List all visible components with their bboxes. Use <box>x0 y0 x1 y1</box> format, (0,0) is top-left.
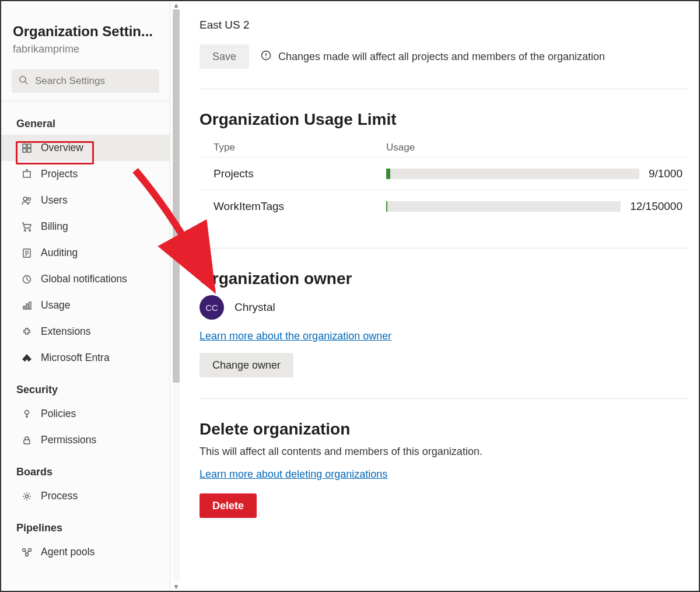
entra-icon <box>21 352 33 364</box>
usage-bar <box>386 201 621 212</box>
sidebar-scrollbar[interactable]: ▲ ▼ <box>170 1 182 591</box>
svg-point-0 <box>20 76 26 82</box>
sidebar-item-permissions[interactable]: Permissions <box>1 427 170 453</box>
sidebar-item-label: Process <box>41 490 78 502</box>
sidebar-item-label: Usage <box>41 299 71 311</box>
learn-more-owner-link[interactable]: Learn more about the organization owner <box>200 330 391 342</box>
scroll-track[interactable] <box>173 9 180 583</box>
save-note: Changes made will affect all projects an… <box>261 50 605 64</box>
scroll-down-icon[interactable]: ▼ <box>173 583 180 591</box>
search-icon <box>19 75 28 87</box>
main-content: East US 2 Save Changes made will affect … <box>182 1 699 591</box>
usage-value: 12/150000 <box>630 200 682 213</box>
svg-rect-19 <box>26 304 28 309</box>
delete-button[interactable]: Delete <box>200 493 257 518</box>
usage-row-name: Projects <box>200 167 386 180</box>
region-label: East US 2 <box>200 19 688 31</box>
svg-point-29 <box>265 57 267 58</box>
usage-bar-fill <box>386 201 387 212</box>
divider <box>200 398 688 399</box>
sidebar-divider <box>1 101 170 101</box>
sidebar-item-auditing[interactable]: Auditing <box>1 240 170 266</box>
sidebar-item-label: Overview <box>41 142 83 154</box>
auditing-icon <box>21 247 33 259</box>
sidebar-group-general: General <box>1 105 170 135</box>
usage-icon <box>21 300 33 311</box>
svg-point-11 <box>24 229 26 231</box>
sidebar-item-label: Policies <box>41 408 76 420</box>
svg-rect-22 <box>24 440 30 444</box>
usage-row-name: WorkItemTags <box>200 200 386 213</box>
sidebar-item-usage[interactable]: Usage <box>1 292 170 318</box>
process-icon <box>21 491 33 502</box>
learn-more-delete-link[interactable]: Learn more about deleting organizations <box>200 468 387 481</box>
save-row: Save Changes made will affect all projec… <box>200 44 688 69</box>
app-frame: Organization Settin... fabrikamprime Gen… <box>0 0 700 592</box>
sidebar-header: Organization Settin... fabrikamprime <box>1 8 170 60</box>
svg-rect-5 <box>27 149 31 152</box>
sidebar-item-label: Extensions <box>41 325 91 338</box>
svg-point-10 <box>28 197 31 200</box>
sidebar-item-agentpools[interactable]: Agent pools <box>1 539 170 565</box>
save-button[interactable]: Save <box>200 44 249 69</box>
delete-heading: Delete organization <box>200 420 688 439</box>
svg-rect-3 <box>27 144 31 148</box>
svg-rect-4 <box>23 149 26 152</box>
usage-table-header: Type Usage <box>200 136 688 157</box>
usage-value: 9/1000 <box>649 167 682 180</box>
usage-row-projects: Projects 9/1000 <box>200 157 688 190</box>
usage-bar <box>386 169 639 179</box>
svg-point-12 <box>29 229 31 231</box>
usage-bar-fill <box>386 169 390 179</box>
sidebar-item-label: Projects <box>41 168 78 180</box>
search-input[interactable] <box>34 75 160 87</box>
svg-rect-18 <box>23 306 25 309</box>
permissions-icon <box>21 435 33 446</box>
change-owner-button[interactable]: Change owner <box>200 353 293 377</box>
delete-description: This will affect all contents and member… <box>200 446 688 458</box>
scroll-thumb[interactable] <box>173 9 180 383</box>
sidebar-item-billing[interactable]: Billing <box>1 213 170 240</box>
owner-row: CC Chrystal <box>200 295 688 320</box>
delete-section: Delete organization This will affect all… <box>200 420 688 518</box>
sidebar-item-extensions[interactable]: Extensions <box>1 318 170 345</box>
notifications-icon <box>21 274 33 285</box>
sidebar-subtitle: fabrikamprime <box>13 43 158 55</box>
dashboard-icon <box>21 142 33 154</box>
avatar: CC <box>200 295 224 320</box>
sidebar-title: Organization Settin... <box>13 23 158 40</box>
svg-point-26 <box>26 553 29 556</box>
info-icon <box>261 50 271 64</box>
usage-col-usage: Usage <box>386 142 688 153</box>
sidebar-item-label: Users <box>41 194 68 206</box>
sidebar-group-security: Security <box>1 371 170 401</box>
sidebar-item-process[interactable]: Process <box>1 483 170 509</box>
svg-rect-20 <box>29 302 31 309</box>
usage-col-type: Type <box>200 142 386 153</box>
sidebar-item-projects[interactable]: Projects <box>1 161 170 187</box>
sidebar-item-label: Billing <box>41 220 68 233</box>
agentpools-icon <box>21 547 33 558</box>
projects-icon <box>21 169 33 180</box>
svg-point-23 <box>26 495 29 498</box>
sidebar-item-overview[interactable]: Overview <box>1 135 170 161</box>
owner-heading: Organization owner <box>200 269 688 288</box>
sidebar-group-boards: Boards <box>1 453 170 483</box>
sidebar-group-pipelines: Pipelines <box>1 509 170 539</box>
svg-line-1 <box>25 82 27 84</box>
policies-icon <box>21 408 33 420</box>
usage-bar-wrap: 12/150000 <box>386 200 688 213</box>
sidebar-item-label: Global notifications <box>41 273 127 285</box>
sidebar-item-users[interactable]: Users <box>1 187 170 213</box>
users-icon <box>21 195 33 206</box>
search-settings[interactable] <box>12 69 159 93</box>
scroll-up-icon[interactable]: ▲ <box>173 1 180 9</box>
usage-bar-wrap: 9/1000 <box>386 167 688 180</box>
usage-heading: Organization Usage Limit <box>200 110 688 129</box>
sidebar: Organization Settin... fabrikamprime Gen… <box>1 1 170 591</box>
sidebar-item-globalnotifications[interactable]: Global notifications <box>1 266 170 292</box>
cart-icon <box>21 221 33 233</box>
usage-row-workitemtags: WorkItemTags 12/150000 <box>200 190 688 222</box>
sidebar-item-microsoftentra[interactable]: Microsoft Entra <box>1 345 170 371</box>
sidebar-item-policies[interactable]: Policies <box>1 401 170 427</box>
